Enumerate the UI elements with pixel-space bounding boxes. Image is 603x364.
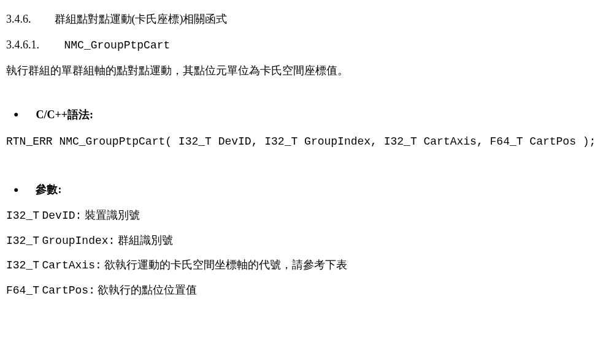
subsection-heading: 3.4.6.1. NMC_GroupPtpCart xyxy=(6,33,597,58)
bullet-icon: ● xyxy=(13,105,18,124)
param-item: F64_T CartPos: 欲執行的點位位置值 xyxy=(6,278,597,303)
param-desc: 裝置識別號 xyxy=(85,209,140,221)
param-item: I32_T GroupIndex: 群組識別號 xyxy=(6,229,597,254)
syntax-code: RTN_ERR NMC_GroupPtpCart( I32_T DevID, I… xyxy=(6,128,597,156)
param-name: DevID: xyxy=(42,210,82,222)
param-name: CartAxis: xyxy=(42,259,102,271)
param-type: F64_T xyxy=(6,284,39,297)
function-description: 執行群組的單群組軸的點對點運動，其點位元單位為卡氏空間座標值。 xyxy=(6,59,597,83)
param-type: I32_T xyxy=(6,210,39,222)
param-desc: 欲執行的點位位置值 xyxy=(98,284,197,296)
param-name: GroupIndex: xyxy=(42,235,115,247)
param-type: I32_T xyxy=(6,235,39,247)
subsection-title: NMC_GroupPtpCart xyxy=(64,39,171,51)
syntax-label: C/C++語法: xyxy=(36,103,93,127)
params-heading: ● 參數: xyxy=(6,178,597,202)
param-type: I32_T xyxy=(6,259,39,271)
bullet-icon: ● xyxy=(13,181,18,200)
section-number: 3.4.6. xyxy=(6,7,52,32)
param-desc: 欲執行運動的卡氏空間坐標軸的代號，請參考下表 xyxy=(104,259,347,271)
syntax-heading: ● C/C++語法: xyxy=(6,103,597,127)
param-item: I32_T CartAxis: 欲執行運動的卡氏空間坐標軸的代號，請參考下表 xyxy=(6,253,597,278)
section-heading: 3.4.6. 群組點對點運動(卡氏座標)相關函式 xyxy=(6,7,597,32)
section-title: 群組點對點運動(卡氏座標)相關函式 xyxy=(55,13,228,25)
subsection-number: 3.4.6.1. xyxy=(6,33,61,58)
param-desc: 群組識別號 xyxy=(118,234,173,246)
params-label: 參數: xyxy=(36,178,61,202)
param-item: I32_T DevID: 裝置識別號 xyxy=(6,203,597,229)
param-name: CartPos: xyxy=(42,284,95,297)
